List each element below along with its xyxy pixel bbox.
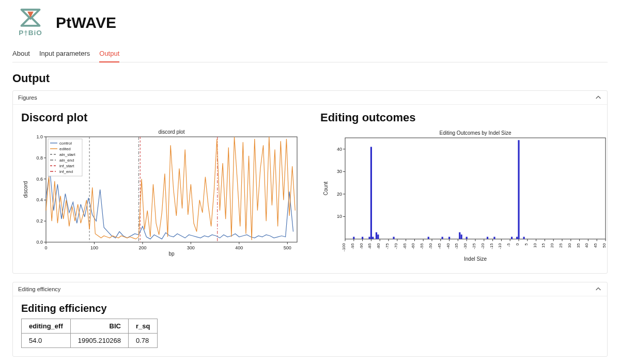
outcomes-figure: Editing outcomes Editing Outcomes by Ind… [320,108,599,265]
header: P†BiO PtWAVE [12,0,608,40]
svg-text:-30: -30 [463,243,468,249]
svg-text:aln_start: aln_start [59,152,75,157]
outcomes-title: Editing outcomes [320,111,599,124]
svg-rect-131 [459,232,460,239]
col-editing-eff: editing_eff [22,319,71,334]
svg-text:-70: -70 [394,243,398,249]
svg-text:-25: -25 [472,243,476,249]
figures-panel-label: Figures [18,94,37,101]
svg-text:20: 20 [337,192,342,197]
svg-rect-1 [46,137,297,242]
svg-text:40: 40 [584,243,589,247]
svg-text:-100: -100 [342,243,346,251]
svg-text:-80: -80 [376,243,381,249]
col-bic: BIC [70,319,128,334]
app-title: PtWAVE [56,14,116,31]
svg-text:10: 10 [533,243,537,247]
svg-text:-10: -10 [498,243,502,249]
svg-text:0.2: 0.2 [36,218,43,224]
svg-text:Indel Size: Indel Size [464,256,487,262]
svg-text:0: 0 [515,243,520,245]
svg-rect-133 [466,237,468,239]
page-title: Output [12,72,608,85]
editing-efficiency-table: editing_eff BIC r_sq 54.0 19905.210268 0… [21,319,158,348]
col-rsq: r_sq [128,319,157,334]
svg-rect-129 [442,237,443,239]
editing-efficiency-panel-header[interactable]: Editing efficiency [13,282,607,296]
svg-rect-46 [345,138,606,239]
svg-text:400: 400 [235,245,243,250]
svg-rect-126 [377,234,379,239]
svg-text:inf_end: inf_end [59,169,73,174]
discord-figure: Discord plot discord plotbpdiscord0.00.2… [21,108,300,265]
svg-text:-95: -95 [350,243,355,249]
svg-rect-123 [370,147,372,239]
svg-rect-120 [353,237,354,239]
figures-panel-header[interactable]: Figures [13,91,607,105]
svg-rect-128 [428,237,429,239]
svg-text:30: 30 [337,169,342,174]
chevron-up-icon [595,286,602,293]
svg-rect-136 [511,237,513,239]
tab-about[interactable]: About [12,45,30,62]
table-row: 54.0 19905.210268 0.78 [22,334,158,348]
svg-rect-127 [393,237,394,239]
editing-efficiency-title: Editing efficiency [21,303,599,314]
svg-text:P†BiO: P†BiO [19,29,42,37]
svg-text:15: 15 [541,243,546,247]
svg-text:edited: edited [59,147,71,151]
svg-text:-35: -35 [454,243,459,249]
svg-rect-121 [362,237,363,239]
discord-plot: discord plotbpdiscord0.00.20.40.60.81.00… [21,129,300,260]
brand-logo: P†BiO [12,7,49,38]
svg-rect-130 [448,237,450,239]
svg-text:discord plot: discord plot [158,129,184,135]
svg-text:Editing Outcomes by Indel Size: Editing Outcomes by Indel Size [440,130,512,136]
svg-text:300: 300 [187,245,195,250]
svg-text:-90: -90 [359,243,364,249]
svg-text:50: 50 [602,243,607,247]
svg-text:200: 200 [138,245,146,250]
discord-title: Discord plot [21,111,300,124]
svg-rect-122 [368,237,370,239]
tab-input-parameters[interactable]: Input parameters [39,45,90,62]
svg-rect-134 [487,237,488,239]
svg-text:25: 25 [559,243,563,247]
svg-text:0: 0 [44,245,47,250]
svg-rect-139 [523,237,524,239]
svg-text:-85: -85 [367,243,372,249]
svg-text:Count: Count [323,181,329,195]
editing-efficiency-panel: Editing efficiency Editing efficiency ed… [12,282,608,357]
svg-text:bp: bp [168,251,175,257]
svg-text:control: control [59,141,72,146]
svg-text:10: 10 [337,214,342,219]
svg-text:0.8: 0.8 [36,155,43,161]
svg-text:-5: -5 [506,243,511,247]
svg-text:500: 500 [284,245,291,250]
svg-text:0.6: 0.6 [36,177,43,182]
outcomes-plot: Editing Outcomes by Indel SizeIndel Size… [320,129,599,265]
svg-text:inf_start: inf_start [59,164,74,168]
svg-text:1.0: 1.0 [36,134,43,139]
svg-text:40: 40 [337,147,342,152]
svg-rect-132 [461,234,462,239]
tab-output[interactable]: Output [99,45,119,62]
svg-rect-135 [493,237,495,239]
svg-text:-60: -60 [411,243,415,249]
svg-rect-124 [372,237,374,239]
svg-text:0.4: 0.4 [36,197,43,202]
svg-rect-138 [518,140,519,239]
svg-text:discord: discord [23,181,28,198]
editing-efficiency-panel-label: Editing efficiency [18,286,60,292]
svg-text:-40: -40 [446,243,451,249]
figures-panel: Figures Discord plot discord plotbpdisco… [12,90,608,274]
chevron-up-icon [595,94,602,101]
svg-text:-20: -20 [481,243,485,249]
svg-text:5: 5 [524,243,529,245]
svg-text:0.0: 0.0 [36,240,43,245]
svg-rect-125 [376,232,377,239]
svg-text:-75: -75 [385,243,390,249]
svg-text:35: 35 [576,243,581,247]
svg-text:-15: -15 [489,243,494,249]
svg-text:20: 20 [550,243,554,247]
